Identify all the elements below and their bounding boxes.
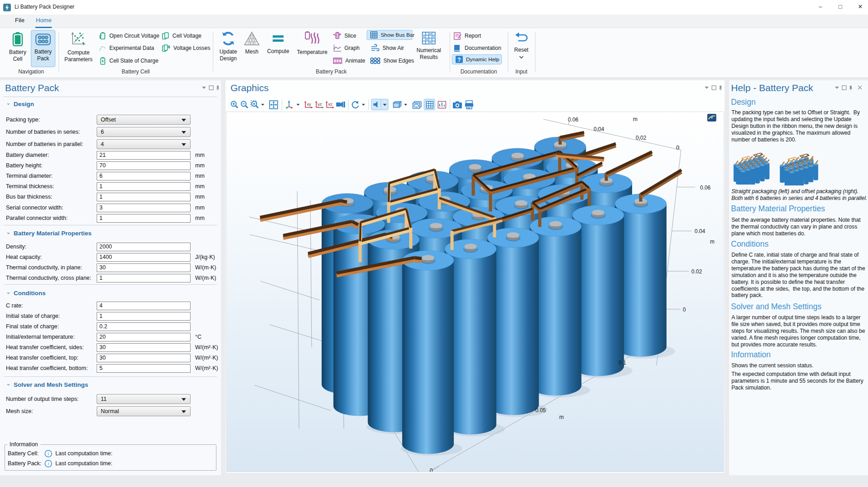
svg-text:i: i: [48, 451, 49, 456]
svg-text:yz: yz: [318, 102, 322, 107]
svg-text:0.05: 0.05: [535, 407, 546, 414]
svg-text:m: m: [710, 239, 715, 245]
svg-text:0: 0: [430, 468, 433, 472]
svg-text:0.02: 0.02: [691, 268, 702, 275]
svg-text:i: i: [48, 461, 49, 466]
svg-text:m: m: [633, 116, 638, 122]
svg-text:xz: xz: [328, 102, 333, 107]
svg-text:0.06: 0.06: [700, 185, 711, 191]
svg-text:0.04: 0.04: [695, 228, 706, 234]
svg-text:0.02: 0.02: [636, 135, 647, 141]
svg-text:xy: xy: [307, 102, 311, 107]
svg-text:0: 0: [683, 307, 686, 313]
svg-text:?: ?: [457, 57, 461, 63]
svg-text:0.1: 0.1: [618, 360, 626, 366]
svg-text:0.04: 0.04: [593, 126, 604, 132]
svg-text:m: m: [559, 414, 564, 420]
svg-text:0.06: 0.06: [568, 117, 579, 123]
svg-text:0: 0: [676, 145, 679, 151]
